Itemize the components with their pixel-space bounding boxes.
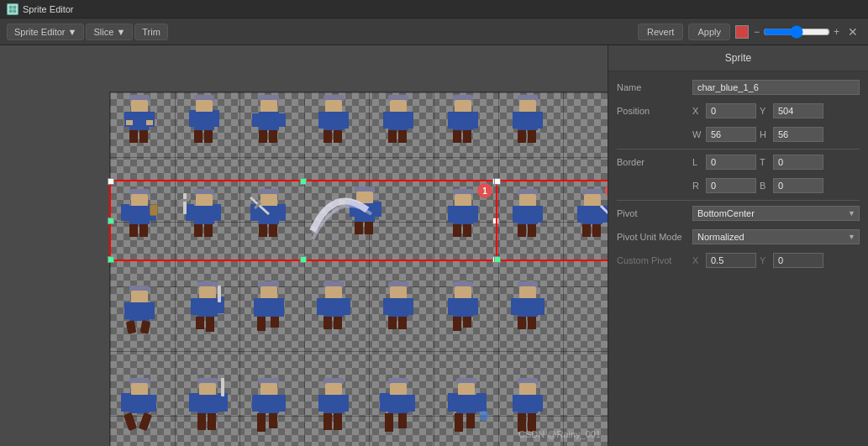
svg-rect-94 [453,224,461,237]
svg-rect-37 [383,112,390,129]
zoom-slider[interactable] [763,25,830,39]
sprite-editor-button[interactable]: Sprite Editor ▼ [7,24,84,40]
svg-rect-43 [453,112,473,130]
border-label: Border [617,157,692,167]
svg-rect-130 [126,320,136,334]
svg-rect-169 [519,286,536,299]
svg-rect-15 [194,112,214,130]
svg-rect-30 [318,112,325,129]
svg-rect-33 [334,130,342,143]
svg-rect-221 [518,395,538,413]
custom-pivot-x-input[interactable] [706,253,756,268]
size-w-input[interactable] [706,127,756,142]
name-input[interactable] [692,80,860,95]
border-lt-coords: L T [692,155,860,170]
slice-button[interactable]: Slice ▼ [86,24,133,40]
svg-rect-99 [513,206,519,223]
size-h-input[interactable] [773,127,823,142]
svg-rect-32 [324,130,332,143]
zoom-icon-plus: + [834,26,839,38]
svg-rect-179 [148,395,156,412]
pivot-unit-mode-select[interactable]: Normalized Pixels [692,229,860,244]
svg-rect-106 [577,206,584,223]
svg-rect-173 [518,317,526,329]
pos-x-input[interactable] [706,103,756,118]
svg-rect-90 [455,194,471,207]
border-b-input[interactable] [773,178,823,193]
svg-rect-164 [448,298,455,315]
sprite-char-r1c3 [244,95,294,158]
svg-rect-152 [324,317,332,329]
border-r-input[interactable] [706,178,756,193]
custom-pivot-y-input[interactable] [773,253,823,268]
svg-rect-22 [259,112,279,130]
svg-rect-127 [129,302,150,321]
svg-rect-98 [518,206,538,224]
svg-rect-214 [448,393,458,412]
svg-rect-38 [407,112,413,129]
sprite-canvas[interactable] [109,92,608,446]
svg-rect-91 [453,206,473,224]
svg-rect-95 [463,224,471,237]
svg-rect-185 [189,393,199,412]
svg-rect-203 [334,413,342,430]
svg-rect-44 [448,112,455,129]
svg-rect-180 [124,412,137,431]
svg-rect-50 [518,112,538,130]
pivot-unit-mode-select-wrapper: Normalized Pixels [692,229,860,244]
svg-rect-12 [146,120,153,125]
svg-rect-72 [181,199,189,202]
b-label: B [760,181,770,191]
svg-rect-17 [213,110,219,127]
svg-rect-67 [186,204,194,221]
svg-rect-148 [325,286,342,299]
close-button[interactable]: ✕ [844,25,861,39]
svg-rect-9 [129,130,138,143]
svg-rect-40 [398,130,407,143]
size-row: W H [617,125,860,144]
svg-rect-212 [458,383,475,396]
svg-rect-139 [218,286,221,302]
sprite-char-r1c5 [373,95,423,158]
custom-pivot-coords: X Y [692,253,860,268]
border-l-input[interactable] [706,155,756,170]
svg-rect-60 [129,224,138,237]
y-label: Y [760,106,770,116]
svg-rect-174 [528,317,536,329]
svg-rect-216 [455,413,463,432]
svg-rect-202 [324,413,332,430]
pivot-unit-mode-row: Pivot Unit Mode Normalized Pixels [617,228,860,246]
name-label: Name [617,82,692,92]
x-label: X [692,106,702,116]
svg-rect-97 [519,194,536,207]
svg-rect-170 [518,298,538,317]
r-label: R [692,181,702,191]
position-coords: X Y [692,103,860,118]
border-t-input[interactable] [773,155,823,170]
svg-rect-129 [148,302,155,319]
pivot-select[interactable]: BottomCenter Center TopLeft TopRight Bot… [692,206,860,221]
revert-button[interactable]: Revert [638,24,683,40]
custom-pivot-x-label: X [692,255,702,265]
pivot-row: Pivot BottomCenter Center TopLeft TopRig… [617,204,860,223]
apply-button[interactable]: Apply [688,24,730,40]
svg-rect-159 [388,317,397,329]
svg-rect-187 [197,413,206,430]
svg-rect-19 [204,130,213,143]
svg-rect-145 [257,317,266,331]
toolbar: Sprite Editor ▼ Slice ▼ Trim Revert Appl… [0,18,868,45]
pos-y-input[interactable] [773,103,823,118]
svg-rect-36 [388,112,408,130]
svg-rect-105 [582,206,602,224]
border-rb-row: R B [617,176,860,195]
svg-rect-92 [448,206,455,223]
svg-rect-65 [196,194,213,207]
color-picker[interactable] [735,25,749,39]
svg-rect-192 [259,395,279,413]
svg-rect-188 [208,413,216,430]
canvas-area[interactable]: CSDN @Rainy_001 [0,45,608,446]
svg-rect-158 [407,298,413,315]
svg-rect-213 [456,395,476,413]
sprite-char-r2c4 [308,176,409,252]
trim-button[interactable]: Trim [134,24,168,40]
